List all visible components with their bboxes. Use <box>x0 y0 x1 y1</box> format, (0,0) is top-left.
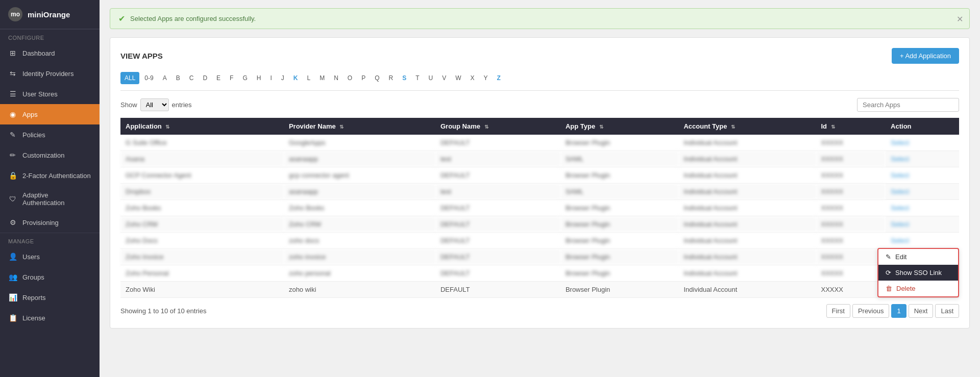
sidebar-item-adaptive-auth[interactable]: 🛡Adaptive Authentication <box>0 186 100 212</box>
identity-providers-icon: ⇆ <box>8 69 17 78</box>
select-button[interactable]: Select <box>891 220 909 228</box>
card-header: VIEW APPS + Add Application <box>120 48 959 64</box>
sidebar-label-policies: Policies <box>22 131 45 139</box>
sidebar-section-configure: Configure <box>0 29 100 43</box>
select-button[interactable]: Select <box>891 188 909 195</box>
col-application[interactable]: Application ⇅ <box>120 118 284 135</box>
sidebar-item-provisioning[interactable]: ⚙Provisioning <box>0 212 100 233</box>
sidebar-label-user-stores: User Stores <box>22 90 58 98</box>
first-page-button[interactable]: First <box>826 304 850 318</box>
col-apptype[interactable]: App Type ⇅ <box>560 118 679 135</box>
delete-action[interactable]: 🗑 Delete <box>878 281 958 296</box>
sidebar-item-user-stores[interactable]: ☰User Stores <box>0 84 100 104</box>
next-page-button[interactable]: Next <box>909 304 934 318</box>
select-button[interactable]: Select <box>891 171 909 179</box>
sidebar-item-dashboard[interactable]: ⊞Dashboard <box>0 43 100 63</box>
alpha-N[interactable]: N <box>330 72 342 84</box>
alpha-09[interactable]: 0-9 <box>140 72 157 84</box>
col-provider[interactable]: Provider Name ⇅ <box>284 118 435 135</box>
entries-select[interactable]: All 10 25 50 100 <box>140 98 169 111</box>
cell-0: Dropbox <box>120 184 284 200</box>
cell-3: SAML <box>560 151 679 167</box>
alpha-Z[interactable]: Z <box>493 72 505 84</box>
page-title: VIEW APPS <box>120 52 163 60</box>
alpha-A[interactable]: A <box>159 72 171 84</box>
alpha-I[interactable]: I <box>266 72 276 84</box>
cell-4: Individual Account <box>678 167 816 184</box>
alpha-E[interactable]: E <box>212 72 225 84</box>
sidebar-item-identity-providers[interactable]: ⇆Identity Providers <box>0 63 100 84</box>
action-cell: Select <box>886 135 959 151</box>
cell-3: SAML <box>560 184 679 200</box>
select-button[interactable]: Select <box>891 139 909 146</box>
cell-1: zoho invoice <box>284 249 435 265</box>
cell-1: zoho personal <box>284 265 435 282</box>
cell-4: Individual Account <box>678 233 816 249</box>
alpha-V[interactable]: V <box>438 72 450 84</box>
alpha-G[interactable]: G <box>238 72 251 84</box>
alpha-B[interactable]: B <box>172 72 184 84</box>
sidebar-item-license[interactable]: 📋License <box>0 308 100 328</box>
alpha-P[interactable]: P <box>357 72 370 84</box>
alpha-M[interactable]: M <box>315 72 329 84</box>
alpha-L[interactable]: L <box>303 72 314 84</box>
alpha-W[interactable]: W <box>451 72 465 84</box>
select-button[interactable]: Select <box>891 155 909 163</box>
col-account[interactable]: Account Type ⇅ <box>678 118 816 135</box>
alpha-all[interactable]: ALL <box>120 72 139 84</box>
cell-5: XXXXX <box>816 184 886 200</box>
sidebar-section-manage: Manage <box>0 233 100 246</box>
alpha-T[interactable]: T <box>411 72 423 84</box>
alpha-F[interactable]: F <box>226 72 237 84</box>
cell-2: test <box>435 184 560 200</box>
table-row: GCP Connector Agentgcp connector agentDE… <box>120 167 959 184</box>
cell-0: Asana <box>120 151 284 167</box>
cell-3: Browser Plugin <box>560 233 679 249</box>
alpha-U[interactable]: U <box>425 72 437 84</box>
sidebar-label-provisioning: Provisioning <box>22 219 59 227</box>
sidebar-item-customization[interactable]: ✏Customization <box>0 145 100 165</box>
pagination: First Previous 1 Next Last ✎ Edit ⟳ Show… <box>826 304 959 318</box>
cell-5: XXXXX <box>816 282 886 298</box>
prev-page-button[interactable]: Previous <box>852 304 890 318</box>
last-page-button[interactable]: Last <box>935 304 959 318</box>
cell-1: Zoho CRM <box>284 216 435 233</box>
alpha-R[interactable]: R <box>385 72 398 84</box>
sidebar-item-groups[interactable]: 👥Groups <box>0 267 100 287</box>
alpha-J[interactable]: J <box>277 72 288 84</box>
cell-1: asanaapp <box>284 184 435 200</box>
close-banner-button[interactable]: ✕ <box>957 14 963 23</box>
select-button[interactable]: Select <box>891 237 909 244</box>
alpha-H[interactable]: H <box>253 72 265 84</box>
sso-icon: ⟳ <box>886 269 891 277</box>
alpha-Y[interactable]: Y <box>480 72 492 84</box>
sidebar-item-users[interactable]: 👤Users <box>0 246 100 267</box>
alpha-S[interactable]: S <box>398 72 410 84</box>
alpha-C[interactable]: C <box>185 72 198 84</box>
col-id[interactable]: Id ⇅ <box>816 118 886 135</box>
alpha-filter: ALL 0-9 A B C D E F G H I J K L M N O P … <box>120 72 959 91</box>
sidebar-item-2fa[interactable]: 🔒2-Factor Authentication <box>0 165 100 186</box>
edit-action[interactable]: ✎ Edit <box>878 249 958 265</box>
groups-icon: 👥 <box>8 272 17 282</box>
col-group[interactable]: Group Name ⇅ <box>435 118 560 135</box>
sidebar-label-identity-providers: Identity Providers <box>22 70 74 78</box>
add-application-button[interactable]: + Add Application <box>892 48 959 64</box>
cell-3: Browser Plugin <box>560 216 679 233</box>
action-cell: Select <box>886 233 959 249</box>
select-button[interactable]: Select <box>891 204 909 212</box>
page-1-button[interactable]: 1 <box>891 304 906 318</box>
alpha-O[interactable]: O <box>344 72 356 84</box>
show-sso-action[interactable]: ⟳ Show SSO Link <box>878 265 958 281</box>
alpha-X[interactable]: X <box>467 72 479 84</box>
cell-2: DEFAULT <box>435 216 560 233</box>
search-input[interactable] <box>857 98 959 112</box>
alpha-K[interactable]: K <box>289 72 302 84</box>
sidebar-item-reports[interactable]: 📊Reports <box>0 287 100 308</box>
alpha-D[interactable]: D <box>199 72 211 84</box>
alpha-Q[interactable]: Q <box>371 72 383 84</box>
show-entries-control: Show All 10 25 50 100 entries <box>120 98 192 111</box>
sidebar-item-policies[interactable]: ✎Policies <box>0 124 100 145</box>
sidebar-item-apps[interactable]: ◉Apps <box>0 104 100 124</box>
cell-4: Individual Account <box>678 135 816 151</box>
